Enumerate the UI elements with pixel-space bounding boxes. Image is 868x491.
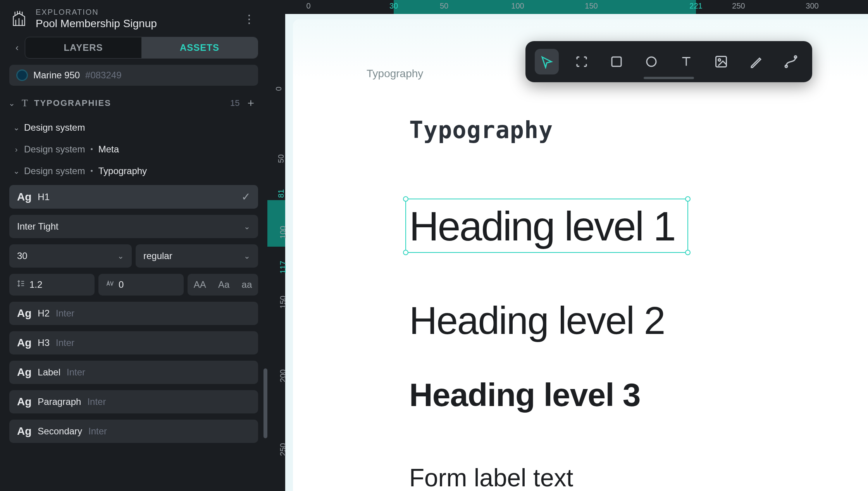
svg-rect-0 [612,57,621,66]
typography-item-secondary[interactable]: Ag Secondary Inter [9,420,258,443]
case-lowercase[interactable]: aa [237,279,257,290]
tool-pen[interactable] [744,49,768,74]
ruler-tick-h: 0 [306,2,310,10]
selection-handle-tr[interactable] [685,196,691,202]
ruler-tick-h: 150 [585,2,598,10]
typography-item-label[interactable]: Ag Label Inter [9,361,258,384]
ruler-tick-h: 221 [689,2,702,10]
tool-image[interactable] [709,49,733,74]
letter-spacing-input[interactable]: 0 [98,274,184,296]
canvas-title[interactable]: Typography [409,116,675,143]
letter-spacing-value: 0 [119,279,124,290]
tab-layers[interactable]: LAYERS [25,37,141,58]
scrollbar-thumb[interactable] [264,368,267,438]
project-icon [9,9,29,29]
tool-text[interactable] [674,49,698,74]
selection-handle-bl[interactable] [403,250,408,255]
separator-dot: • [90,145,93,154]
group-path: Design system [24,166,85,176]
ag-glyph: Ag [17,366,31,379]
tool-move[interactable] [535,49,559,74]
ruler-horizontal[interactable]: 03050100150221250300350 [285,0,868,14]
canvas-h1[interactable]: Heading level 1 [409,206,675,247]
canvas-page[interactable]: Typography Typography Heading level 1 He… [293,19,868,491]
canvas-h2[interactable]: Heading level 2 [409,301,675,340]
typography-item-h3[interactable]: Ag H3 Inter [9,331,258,354]
canvas-area[interactable]: 03050100150221250300350 0508110011715020… [267,0,868,491]
font-family-select[interactable]: Inter Tight ⌄ [9,215,258,238]
add-typography-button[interactable]: + [243,95,258,111]
ruler-tick-h: 30 [389,2,398,10]
sidebar-tabs: LAYERS ASSETS [25,37,258,59]
typography-item-paragraph[interactable]: Ag Paragraph Inter [9,390,258,413]
check-icon: ✓ [241,190,250,203]
typography-item-h1[interactable]: Ag H1 ✓ [9,185,258,209]
typography-item-h2[interactable]: Ag H2 Inter [9,302,258,325]
ruler-selection-h [394,0,696,14]
font-weight-select[interactable]: regular ⌄ [136,244,258,268]
ruler-tick-v: 200 [279,369,288,382]
font-family-value: Inter Tight [17,221,59,232]
color-hex: #083249 [85,70,121,81]
tool-frame[interactable] [570,49,594,74]
canvas-label[interactable]: Form label text [409,465,675,490]
group-design-system[interactable]: ⌄ Design system [0,117,267,138]
ruler-tick-v: 117 [279,261,288,273]
typography-font: Inter [56,308,74,319]
typography-name: Label [38,367,60,378]
selection-handle-br[interactable] [685,250,691,255]
toolbar-drag-handle[interactable] [644,77,694,79]
tab-assets[interactable]: ASSETS [141,37,258,58]
tool-rectangle[interactable] [604,49,629,74]
ag-glyph: Ag [17,425,31,437]
color-asset-row[interactable]: Marine 950 #083249 [9,65,258,86]
svg-rect-2 [716,57,727,67]
letter-spacing-icon [105,279,114,290]
ruler-tick-v: 81 [277,189,286,198]
svg-point-1 [647,57,656,66]
group-suffix: Typography [98,166,147,176]
chevron-down-icon: ⌄ [12,166,20,176]
font-size-select[interactable]: 30 ⌄ [9,244,132,268]
canvas-h3[interactable]: Heading level 3 [409,379,675,411]
project-header: EXPLORATION Pool Membership Signup ⋮ [0,0,267,37]
canvas-h1-text: Heading level 1 [409,203,675,249]
floating-toolbar[interactable] [525,41,812,82]
line-height-value: 1.2 [29,279,42,290]
ruler-tick-v: 150 [279,296,288,308]
project-menu-button[interactable]: ⋮ [239,13,258,25]
ruler-tick-h: 250 [732,2,745,10]
typography-font: Inter [88,426,107,437]
font-size-value: 30 [17,251,28,261]
ag-glyph: Ag [17,337,31,349]
case-uppercase[interactable]: AA [189,279,211,290]
line-height-input[interactable]: 1.2 [9,274,95,296]
back-button[interactable]: ‹ [9,42,25,53]
chevron-right-icon: › [12,145,20,154]
case-titlecase[interactable]: Aa [214,279,234,290]
group-suffix: Meta [98,144,119,155]
ruler-tick-v: 250 [279,443,288,456]
group-meta[interactable]: › Design system • Meta [0,138,267,160]
ruler-tick-h: 300 [806,2,818,10]
ruler-tick-v: 100 [279,226,288,239]
sidebar-scrollbar[interactable] [264,368,267,485]
frame-label[interactable]: Typography [367,67,423,80]
group-typography[interactable]: ⌄ Design system • Typography [0,160,267,182]
typography-name: Secondary [38,426,82,437]
tool-curve[interactable] [779,49,803,74]
selection-handle-tl[interactable] [403,196,408,202]
tool-ellipse[interactable] [639,49,663,74]
project-tag: EXPLORATION [36,8,232,17]
typography-font: Inter [56,337,74,348]
typography-name: H3 [38,337,50,348]
ruler-tick-v: 50 [277,154,286,163]
ag-glyph: Ag [17,307,31,320]
typographies-section-header[interactable]: ⌄ T TYPOGRAPHIES 15 + [0,90,267,117]
svg-point-3 [718,59,721,61]
color-swatch [16,69,28,81]
chevron-down-icon: ⌄ [8,99,16,108]
ruler-vertical[interactable]: 05081100117150200250 [267,14,285,491]
ruler-tick-h: 50 [440,2,448,10]
typography-font: Inter [67,367,85,378]
